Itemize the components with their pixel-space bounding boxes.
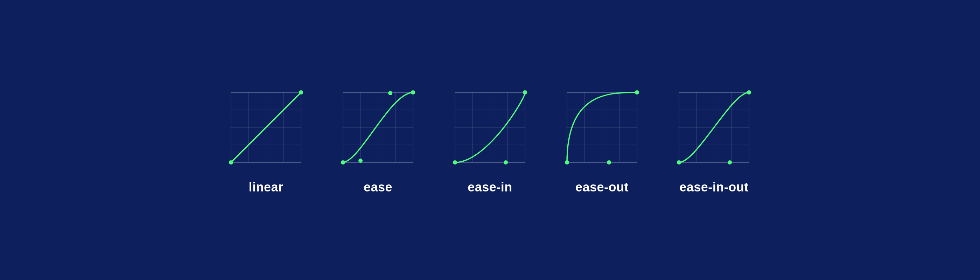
svg-point-7 xyxy=(229,160,233,164)
svg-point-49 xyxy=(747,90,751,94)
curve-box-ease-in-out xyxy=(672,85,756,169)
curves-container: linear xyxy=(224,85,756,195)
svg-point-28 xyxy=(504,160,508,164)
curve-label-ease-in: ease-in xyxy=(468,180,512,195)
svg-point-8 xyxy=(299,90,303,94)
svg-point-19 xyxy=(358,159,363,163)
curve-box-ease-out xyxy=(560,85,644,169)
curve-item-ease-out: ease-out xyxy=(560,85,644,195)
curve-box-linear xyxy=(224,85,308,169)
curve-label-linear: linear xyxy=(248,180,283,195)
curve-box-ease xyxy=(336,85,420,169)
svg-point-16 xyxy=(341,160,345,164)
curve-item-ease: ease xyxy=(336,85,420,195)
curve-item-ease-in: ease-in xyxy=(448,85,532,195)
curve-item-ease-in-out: ease-in-out xyxy=(672,85,756,195)
curve-label-ease-in-out: ease-in-out xyxy=(679,180,749,195)
svg-point-17 xyxy=(388,91,392,95)
svg-point-38 xyxy=(607,160,611,164)
curve-item-linear: linear xyxy=(224,85,308,195)
svg-point-27 xyxy=(453,160,457,164)
svg-point-48 xyxy=(728,160,732,164)
curve-label-ease: ease xyxy=(364,180,392,195)
svg-point-37 xyxy=(565,160,569,164)
svg-point-18 xyxy=(411,90,415,94)
svg-point-29 xyxy=(523,90,527,94)
curve-label-ease-out: ease-out xyxy=(575,180,628,195)
svg-point-39 xyxy=(635,90,639,94)
curve-box-ease-in xyxy=(448,85,532,169)
svg-point-47 xyxy=(677,160,681,164)
